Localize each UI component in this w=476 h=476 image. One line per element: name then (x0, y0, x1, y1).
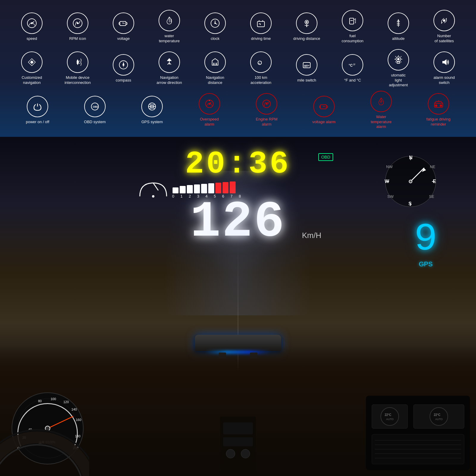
hud-time-container: 20:36 OBD (137, 149, 339, 180)
voltage-alarm-icon-circle (313, 96, 335, 117)
icon-item-engine-rpm: Engine RPM alarm (247, 93, 286, 127)
steering-wheel (0, 416, 89, 476)
icon-row-3: power on / off OBD OBD system (9, 89, 467, 131)
icon-item-nav-dist: Navigation distance (196, 51, 234, 85)
rpm-bar-0 (173, 187, 178, 193)
svg-point-91 (409, 180, 412, 183)
rpm-bar-3 (194, 184, 200, 193)
overspeed-icon-circle (199, 93, 220, 115)
svg-line-78 (153, 183, 158, 190)
voltage-icon-circle (113, 12, 134, 34)
mile-icon-circle: MPH KM/H (296, 54, 317, 76)
svg-text:+: + (261, 60, 262, 62)
hud-time-display: 20:36 (137, 149, 339, 180)
svg-text:/F: /F (353, 63, 356, 66)
svg-rect-39 (214, 63, 217, 65)
svg-text:NW: NW (386, 165, 393, 169)
gps-system-icon-circle (141, 96, 163, 117)
svg-line-72 (323, 106, 324, 107)
center-console (208, 416, 268, 476)
altitude-icon-circle (388, 12, 409, 34)
nav-arrow-icon-circle (159, 51, 180, 73)
rpm-bar-5 (208, 183, 214, 193)
icon-item-driving-time: driving time (242, 12, 280, 41)
icon-item-acceleration: a + 100 km acceleration (242, 51, 280, 85)
obd-label: OBD system (84, 120, 106, 125)
svg-point-2 (31, 23, 32, 24)
svg-text:SW: SW (387, 194, 394, 199)
power-label: power on / off (26, 120, 49, 125)
svg-point-118 (430, 408, 448, 425)
svg-text:°C: °C (349, 63, 353, 68)
alarm-sound-icon-circle (433, 51, 455, 73)
svg-line-53 (401, 62, 401, 62)
nav-dist-label: Navigation distance (206, 75, 224, 85)
icon-item-water-alarm: Water temperature alarm (362, 91, 400, 130)
nav-arrow-label: Navigation arrow direction (156, 75, 182, 85)
svg-point-27 (443, 19, 445, 22)
svg-text:100: 100 (51, 397, 56, 401)
mile-label: mile switch (297, 78, 316, 83)
svg-marker-26 (397, 19, 399, 21)
svg-text:AUTO: AUTO (435, 418, 443, 421)
hud-overlay: 20:36 OBD (137, 149, 339, 248)
water-alarm-icon-circle (370, 91, 392, 112)
speed-label: speed (26, 36, 37, 41)
nav-dist-icon-circle (204, 51, 226, 73)
svg-rect-20 (350, 18, 354, 24)
svg-text:a: a (259, 62, 260, 65)
icon-item-voltage-alarm: voltage alarm (305, 96, 343, 125)
svg-text:22°C: 22°C (385, 413, 391, 416)
rpm-bar-4 (201, 184, 207, 193)
svg-rect-131 (223, 437, 253, 446)
right-dash-svg: 22°C AUTO 22°C AUTO (366, 396, 470, 470)
icon-item-fatigue: fatigue driving reminder (419, 93, 458, 127)
svg-rect-71 (320, 106, 320, 108)
custom-nav-icon-circle (21, 51, 43, 73)
icon-item-light: utomatic light adjustment (379, 49, 418, 88)
icon-item-power: power on / off (18, 96, 57, 125)
overspeed-label: Overspeed alarm (200, 117, 219, 127)
custom-nav-label: Customized navigation (22, 75, 42, 85)
clock-icon-circle (204, 12, 226, 34)
svg-rect-6 (126, 23, 127, 24)
alarm-sound-label: alarm sound switch (433, 75, 455, 85)
svg-line-73 (324, 106, 325, 107)
svg-point-65 (209, 103, 210, 104)
svg-text:140: 140 (71, 408, 77, 411)
speed-display-container: 126 Km/H (137, 197, 339, 248)
icon-item-custom-nav: Customized navigation (12, 51, 51, 85)
svg-point-32 (77, 62, 78, 63)
icon-item-mobile: Mobile device interconnection (58, 51, 97, 85)
hud-section: 20:36 OBD (0, 137, 476, 476)
svg-text:OBD: OBD (93, 105, 99, 108)
console-svg (208, 416, 268, 476)
svg-line-54 (395, 56, 396, 57)
svg-text:AUTO: AUTO (386, 418, 394, 421)
gps-label: GPS (414, 260, 437, 268)
icon-item-compass: compass (104, 54, 143, 83)
mobile-icon-circle (67, 51, 88, 73)
temp-unit-label: °F and °C (344, 78, 361, 83)
svg-line-28 (441, 22, 442, 24)
rpm-bar-8 (230, 181, 236, 193)
satellites-icon-circle (433, 10, 455, 31)
svg-rect-132 (226, 449, 235, 458)
obd-badge: OBD (318, 153, 333, 161)
compass-label: compass (116, 78, 131, 83)
icon-item-alarm-sound: alarm sound switch (425, 51, 464, 85)
icon-item-satellites: Number of satellites (425, 10, 464, 44)
altitude-label: altitude (392, 36, 405, 41)
icon-row-2: Customized navigation Mobile device inte… (9, 48, 467, 89)
icon-item-speed: speed (12, 12, 51, 41)
fuel-icon-circle (342, 10, 363, 31)
right-dash: 22°C AUTO 22°C AUTO (366, 396, 470, 470)
fuel-label: fuel consumption (342, 34, 364, 44)
svg-text:S: S (408, 201, 412, 206)
svg-point-16 (215, 23, 216, 24)
svg-point-36 (123, 64, 124, 65)
icon-item-mile: MPH KM/H mile switch (287, 54, 326, 83)
driving-distance-icon-circle (296, 12, 317, 34)
icon-item-driving-distance: driving distance (287, 12, 326, 41)
icon-item-altitude: altitude (379, 12, 418, 41)
